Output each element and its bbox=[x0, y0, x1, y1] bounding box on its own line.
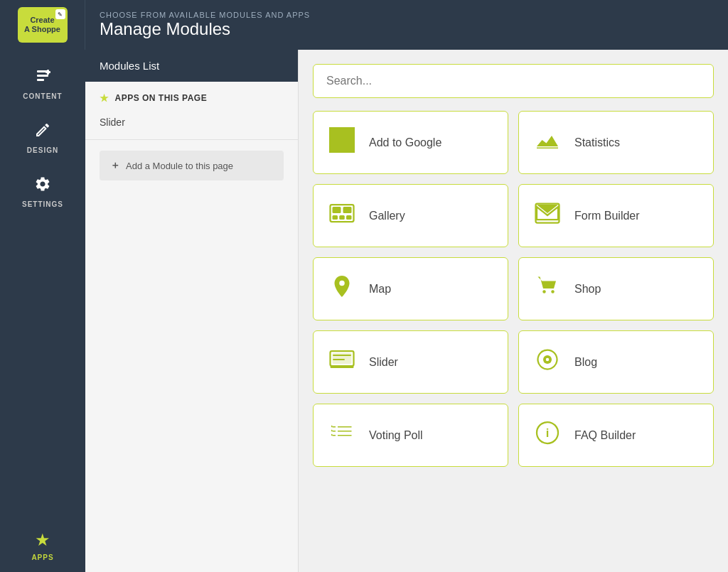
module-name-map: Map bbox=[369, 283, 391, 296]
app-item-slider[interactable]: Slider bbox=[100, 112, 284, 132]
svg-rect-6 bbox=[333, 207, 341, 213]
design-icon bbox=[34, 122, 51, 143]
header-title: Manage Modules bbox=[100, 19, 310, 39]
module-name-blog: Blog bbox=[574, 356, 597, 369]
module-name-shop: Shop bbox=[574, 283, 601, 296]
sidebar-item-apps-label: APPS bbox=[31, 554, 53, 561]
modules-list-header: Modules List bbox=[85, 50, 298, 82]
header: ✎ CreateA Shoppe CHOOSE FROM AVAILABLE M… bbox=[0, 0, 728, 50]
search-input[interactable] bbox=[313, 64, 714, 98]
shop-icon bbox=[533, 274, 562, 304]
module-name-add-to-google: Add to Google bbox=[369, 136, 441, 149]
blog-icon bbox=[533, 347, 562, 377]
svg-rect-9 bbox=[339, 215, 345, 220]
settings-icon bbox=[34, 176, 51, 197]
add-module-plus-icon: ＋ bbox=[110, 159, 120, 172]
logo[interactable]: ✎ CreateA Shoppe bbox=[0, 0, 85, 50]
svg-rect-8 bbox=[333, 215, 338, 220]
poll-icon bbox=[328, 420, 356, 450]
svg-rect-10 bbox=[346, 215, 352, 220]
sidebar-item-content-label: CONTENT bbox=[23, 92, 62, 100]
apps-on-page-section: ★ APPS ON THIS PAGE Slider bbox=[85, 82, 298, 140]
logo-edit-icon: ✎ bbox=[55, 9, 65, 19]
statistics-icon bbox=[533, 127, 562, 158]
main-layout: CONTENT DESIGN SETTINGS ★ APPS bbox=[0, 50, 728, 572]
sidebar-item-design-label: DESIGN bbox=[27, 146, 58, 154]
slider-icon bbox=[328, 347, 356, 377]
sidebar-item-apps[interactable]: ★ APPS bbox=[0, 519, 85, 572]
sidebar-item-design[interactable]: DESIGN bbox=[0, 111, 85, 165]
svg-point-19 bbox=[546, 358, 550, 362]
google-icon bbox=[328, 127, 356, 158]
svg-rect-1 bbox=[37, 75, 48, 77]
sidebar-item-content[interactable]: CONTENT bbox=[0, 57, 85, 111]
module-card-slider[interactable]: Slider bbox=[313, 330, 508, 394]
svg-rect-16 bbox=[331, 366, 354, 368]
add-module-button[interactable]: ＋ Add a Module to this page bbox=[100, 151, 284, 180]
apps-on-page-label: APPS ON THIS PAGE bbox=[115, 93, 208, 103]
sidebar-bottom: ★ APPS bbox=[0, 519, 85, 572]
module-card-map[interactable]: Map bbox=[313, 257, 508, 320]
svg-point-13 bbox=[551, 290, 555, 293]
module-card-faq-builder[interactable]: i FAQ Builder bbox=[518, 404, 714, 467]
module-name-faq-builder: FAQ Builder bbox=[574, 429, 636, 442]
module-card-statistics[interactable]: Statistics bbox=[518, 111, 714, 174]
module-card-form-builder[interactable]: Form Builder bbox=[518, 184, 714, 247]
svg-rect-7 bbox=[343, 207, 352, 213]
module-card-blog[interactable]: Blog bbox=[518, 330, 714, 394]
svg-rect-4 bbox=[46, 71, 50, 73]
add-module-label: Add a Module to this page bbox=[126, 161, 233, 171]
header-text: CHOOSE FROM AVAILABLE MODULES AND APPS M… bbox=[85, 11, 310, 39]
module-name-slider: Slider bbox=[369, 356, 398, 369]
header-subtitle: CHOOSE FROM AVAILABLE MODULES AND APPS bbox=[100, 11, 310, 19]
logo-text: CreateA Shoppe bbox=[24, 16, 60, 34]
module-name-form-builder: Form Builder bbox=[574, 210, 640, 222]
apps-star-icon: ★ bbox=[35, 530, 50, 550]
module-card-voting-poll[interactable]: Voting Poll bbox=[313, 404, 508, 467]
faq-icon: i bbox=[533, 420, 562, 450]
module-card-add-to-google[interactable]: Add to Google bbox=[313, 111, 508, 174]
svg-text:i: i bbox=[546, 426, 550, 439]
module-name-voting-poll: Voting Poll bbox=[369, 429, 423, 442]
module-card-shop[interactable]: Shop bbox=[518, 257, 714, 320]
map-icon bbox=[328, 274, 356, 304]
svg-point-12 bbox=[542, 290, 546, 293]
module-name-statistics: Statistics bbox=[574, 136, 620, 149]
svg-rect-2 bbox=[37, 79, 44, 81]
right-content: Add to Google Statistics bbox=[299, 50, 728, 572]
apps-on-page-star: ★ bbox=[100, 92, 109, 104]
content-icon bbox=[34, 68, 51, 89]
apps-on-page-title: ★ APPS ON THIS PAGE bbox=[100, 92, 284, 104]
left-panel: Modules List ★ APPS ON THIS PAGE Slider … bbox=[85, 50, 299, 572]
sidebar: CONTENT DESIGN SETTINGS ★ APPS bbox=[0, 50, 85, 572]
gallery-icon bbox=[328, 200, 356, 231]
sidebar-item-settings-label: SETTINGS bbox=[22, 200, 63, 208]
sidebar-item-settings[interactable]: SETTINGS bbox=[0, 165, 85, 219]
form-icon bbox=[533, 200, 562, 231]
module-card-gallery[interactable]: Gallery bbox=[313, 184, 508, 247]
modules-grid: Add to Google Statistics bbox=[313, 111, 714, 467]
module-name-gallery: Gallery bbox=[369, 210, 405, 222]
